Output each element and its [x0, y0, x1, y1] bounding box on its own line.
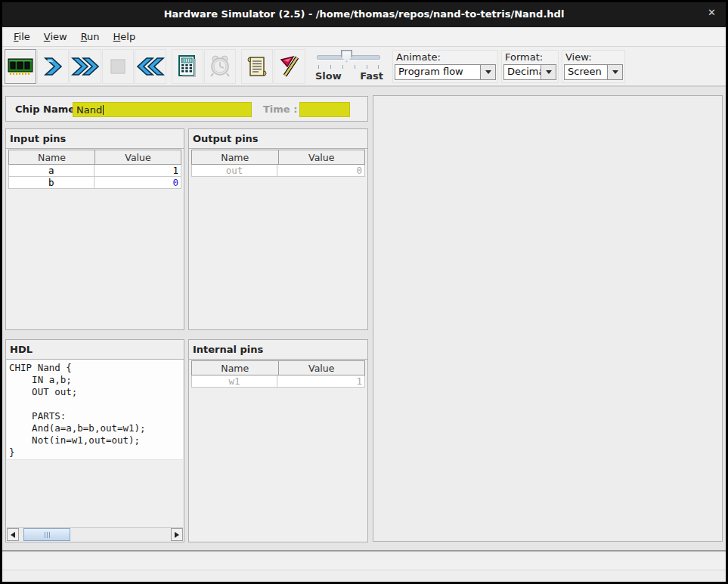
view-dropdown-button[interactable]	[608, 64, 623, 80]
menubar: File View Run Help	[2, 27, 726, 47]
menu-help[interactable]: Help	[107, 29, 143, 45]
hdl-code-line	[9, 398, 183, 410]
menu-file[interactable]: File	[7, 29, 37, 45]
value-column-header: Value	[278, 150, 365, 164]
hdl-code-line: }	[9, 446, 183, 459]
hdl-code-line: CHIP Nand {	[9, 362, 183, 374]
time-label: Time :	[263, 104, 297, 115]
breakpoints-button[interactable]	[274, 49, 305, 84]
hdl-code-line: And(a=a,b=b,out=w1);	[9, 422, 183, 434]
titlebar: Hardware Simulator (2.5) - /home/thomas/…	[0, 0, 728, 27]
calculator-button[interactable]	[172, 49, 203, 84]
chip-display-panel	[373, 95, 723, 542]
clock-button	[204, 49, 236, 84]
table-row: a 1	[8, 165, 181, 177]
format-select[interactable]: Decimal	[503, 64, 556, 80]
chevron-down-icon	[546, 70, 552, 74]
animate-label: Animate:	[395, 51, 496, 64]
pin-value[interactable]: 1	[94, 165, 181, 176]
time-field	[299, 102, 350, 117]
animate-select[interactable]: Program flow	[395, 64, 496, 80]
reset-button[interactable]	[135, 49, 166, 84]
hdl-code-line: PARTS:	[9, 410, 183, 422]
table-header: Name Value	[191, 360, 365, 375]
run-button[interactable]	[70, 49, 101, 84]
format-label: Format:	[503, 51, 556, 64]
chip-name-input[interactable]: Nand	[73, 102, 252, 117]
breakpoint-flag-icon	[279, 55, 300, 78]
single-step-button[interactable]	[37, 49, 69, 84]
hdl-code-line: IN a,b;	[9, 374, 183, 386]
chevron-down-icon	[612, 70, 618, 74]
output-pins-table: Name Value out 0	[191, 150, 365, 177]
message-status-bar	[2, 552, 726, 570]
pin-name: b	[9, 177, 94, 188]
script-button[interactable]	[241, 49, 273, 84]
toolbar: Slow Fast Animate: Program flow Format: …	[2, 47, 726, 87]
rewind-icon	[136, 56, 165, 77]
stop-button	[102, 49, 134, 84]
name-column-header: Name	[192, 361, 278, 375]
triangle-left-icon	[11, 532, 15, 538]
format-dropdown-button[interactable]	[541, 64, 556, 80]
slider-thumb[interactable]	[341, 50, 352, 63]
pin-value[interactable]: 0	[94, 177, 181, 188]
slow-label: Slow	[315, 70, 342, 82]
pin-name: a	[9, 165, 94, 176]
stop-icon	[109, 57, 127, 76]
scrollbar-thumb[interactable]	[23, 528, 70, 541]
input-pins-panel: Input pins Name Value a 1 b 0	[5, 128, 184, 330]
fast-label: Fast	[360, 70, 383, 82]
view-select[interactable]: Screen	[564, 64, 623, 80]
text-caret	[103, 105, 104, 115]
scroll-right-button[interactable]	[171, 528, 183, 541]
menu-run[interactable]: Run	[74, 29, 107, 45]
chip-name-panel: Chip Name : Nand Time :	[5, 96, 368, 122]
memory-chip-icon	[8, 57, 33, 76]
view-group: View: Screen	[562, 50, 625, 83]
hdl-code-view: CHIP Nand { IN a,b; OUT out; PARTS: And(…	[7, 360, 183, 460]
menu-view[interactable]: View	[37, 29, 74, 45]
table-header: Name Value	[191, 150, 365, 165]
pin-name: w1	[192, 375, 277, 387]
value-column-header: Value	[94, 150, 181, 164]
animate-group: Animate: Program flow	[392, 50, 498, 83]
close-icon[interactable]: ✕	[708, 7, 716, 18]
hdl-horizontal-scrollbar[interactable]	[7, 527, 183, 541]
speed-slider[interactable]: Slow Fast	[312, 48, 385, 85]
format-group: Format: Decimal	[501, 50, 559, 83]
hdl-panel: HDL CHIP Nand { IN a,b; OUT out; PARTS: …	[5, 339, 184, 542]
view-value[interactable]: Screen	[564, 64, 608, 80]
format-value[interactable]: Decimal	[503, 64, 541, 80]
table-row: b 0	[8, 177, 181, 189]
load-chip-button[interactable]	[5, 49, 36, 84]
output-pins-title: Output pins	[189, 129, 367, 149]
value-column-header: Value	[278, 361, 365, 375]
name-column-header: Name	[192, 150, 278, 164]
table-header: Name Value	[8, 150, 181, 165]
window-title: Hardware Simulator (2.5) - /home/thomas/…	[164, 8, 565, 20]
pin-value: 1	[277, 375, 364, 387]
animate-dropdown-button[interactable]	[481, 64, 496, 80]
internal-pins-panel: Internal pins Name Value w1 1	[188, 339, 368, 542]
view-label: View:	[564, 51, 623, 64]
input-pins-table: Name Value a 1 b 0	[8, 150, 181, 189]
input-pins-title: Input pins	[6, 129, 184, 149]
internal-pins-title: Internal pins	[189, 340, 367, 360]
chevron-down-icon	[485, 70, 491, 74]
hdl-code-line: Not(in=w1,out=out);	[9, 434, 183, 446]
internal-pins-table: Name Value w1 1	[191, 360, 365, 388]
script-scroll-icon	[246, 55, 268, 78]
pin-name: out	[192, 165, 277, 176]
alarm-clock-icon	[209, 55, 231, 78]
name-column-header: Name	[9, 150, 94, 164]
scroll-left-button[interactable]	[7, 528, 19, 541]
triangle-right-icon	[175, 532, 179, 538]
fast-forward-icon	[71, 56, 100, 77]
scrollbar-track[interactable]	[19, 528, 171, 541]
hdl-code-line: OUT out;	[9, 386, 183, 398]
animate-value[interactable]: Program flow	[395, 64, 481, 80]
table-row: w1 1	[191, 375, 365, 388]
pin-value: 0	[277, 165, 364, 176]
bottom-status-strip	[2, 570, 726, 582]
